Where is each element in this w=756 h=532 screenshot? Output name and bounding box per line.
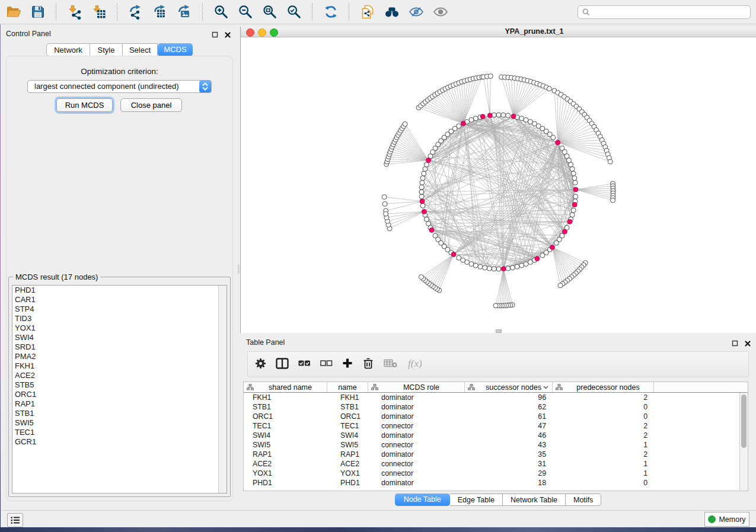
table-row-RAP1[interactable]: RAP1RAP1dominator352 (244, 450, 740, 459)
search-input[interactable] (590, 7, 750, 18)
column-header-MCDS-role[interactable]: MCDS role (368, 382, 465, 392)
toolbar-separator (202, 4, 203, 20)
memory-button[interactable]: Memory (704, 512, 749, 527)
refresh-icon[interactable] (323, 4, 339, 20)
result-node[interactable]: TID3 (12, 314, 227, 323)
column-header-successor-nodes[interactable]: successor nodes (465, 382, 553, 392)
network-canvas[interactable] (241, 37, 756, 333)
table-row-FKH1[interactable]: FKH1FKH1dominator962 (244, 393, 740, 402)
table-scrollbar-thumb[interactable] (741, 395, 747, 448)
tab-style[interactable]: Style (90, 43, 123, 56)
criterion-value: largest connected component (undirected) (34, 81, 179, 92)
result-node[interactable]: SRD1 (12, 342, 227, 352)
clone-network-icon[interactable] (360, 4, 375, 20)
table-row-YOX1[interactable]: YOX1YOX1connector291 (244, 469, 740, 478)
optimization-criterion-select[interactable]: largest connected component (undirected) (27, 80, 212, 93)
delete-icon[interactable] (362, 357, 374, 371)
result-node[interactable]: STB1 (12, 409, 227, 418)
tab-mcds[interactable]: MCDS (158, 43, 193, 56)
search-box[interactable] (578, 5, 751, 19)
table-panel-float-icon[interactable] (732, 339, 739, 346)
result-node[interactable]: ORC1 (12, 390, 227, 399)
window-zoom-button[interactable] (270, 28, 278, 37)
task-history-button[interactable] (7, 513, 23, 527)
table-scrollbar[interactable] (739, 393, 748, 491)
tab-select[interactable]: Select (123, 43, 158, 56)
cell: SWI5 (244, 440, 327, 450)
table-row-ACE2[interactable]: ACE2ACE2connector311 (244, 459, 740, 469)
cell: YOX1 (327, 469, 368, 478)
tab-node-table[interactable]: Node Table (395, 493, 450, 506)
table-row-SWI5[interactable]: SWI5SWI5connector431 (244, 440, 740, 450)
zoom-out-icon[interactable] (238, 4, 253, 20)
result-node[interactable]: TEC1 (12, 428, 227, 437)
panel-splitter-handle[interactable] (238, 265, 240, 274)
open-session-icon[interactable] (6, 4, 21, 20)
import-table-icon[interactable] (91, 4, 107, 20)
result-node[interactable]: STP4 (12, 305, 227, 314)
table-panel-close-icon[interactable] (744, 339, 751, 346)
export-network-icon[interactable] (128, 4, 143, 20)
run-mcds-button[interactable]: Run MCDS (56, 98, 113, 112)
control-panel-close-icon[interactable] (224, 30, 231, 37)
result-node[interactable]: SWI5 (12, 418, 227, 428)
result-node[interactable]: PMA2 (12, 352, 227, 361)
memory-status-dot (708, 515, 716, 523)
table-panel-title: Table Panel (246, 338, 285, 347)
select-all-icon[interactable] (298, 358, 311, 371)
cell: FKH1 (244, 393, 327, 402)
window-minimize-button[interactable] (258, 28, 266, 37)
network-graph[interactable] (241, 37, 756, 333)
zoom-selected-icon[interactable] (286, 4, 302, 20)
result-node[interactable]: ACE2 (12, 371, 227, 380)
select-stepper-icon (199, 81, 211, 92)
zoom-in-icon[interactable] (213, 4, 229, 20)
result-node[interactable]: YOX1 (12, 323, 227, 333)
tab-motifs[interactable]: Motifs (566, 493, 601, 506)
hide-panels-icon[interactable] (409, 4, 424, 20)
table-row-TEC1[interactable]: TEC1TEC1connector472 (244, 421, 740, 431)
table-row-STB1[interactable]: STB1STB1dominator620 (244, 402, 740, 412)
search-network-icon[interactable] (384, 4, 400, 20)
network-window-titlebar[interactable]: YPA_prune.txt_1 (241, 27, 756, 37)
result-node[interactable]: GCR1 (12, 437, 227, 447)
cell: 61 (465, 412, 553, 421)
cell: connector (368, 459, 465, 469)
cell: connector (368, 421, 465, 431)
column-header-filler (654, 382, 748, 392)
window-close-button[interactable] (246, 28, 254, 37)
result-node[interactable]: FKH1 (12, 361, 227, 371)
table-row-PHD1[interactable]: PHD1PHD1dominator180 (244, 478, 740, 488)
show-panels-icon[interactable] (433, 4, 448, 20)
column-header-predecessor-nodes[interactable]: predecessor nodes (553, 382, 654, 392)
result-node[interactable]: STB5 (12, 380, 227, 390)
import-network-icon[interactable] (67, 4, 82, 20)
result-node[interactable]: SWI4 (12, 333, 227, 342)
columns-icon[interactable] (276, 358, 289, 371)
tab-network[interactable]: Network (46, 43, 90, 56)
mcds-result-group: MCDS result (17 nodes) PHD1CAR1STP4TID3Y… (8, 277, 231, 497)
column-header-shared-name[interactable]: shared name (244, 382, 327, 392)
cell: connector (368, 440, 465, 450)
cell: FKH1 (327, 393, 368, 402)
add-icon[interactable] (342, 358, 353, 371)
close-panel-button[interactable]: Close panel (120, 98, 182, 112)
export-image-icon[interactable] (177, 4, 192, 20)
mcds-result-scrollbar[interactable] (218, 286, 227, 493)
result-node[interactable]: RAP1 (12, 399, 227, 409)
tab-edge-table[interactable]: Edge Table (450, 493, 503, 506)
gear-icon[interactable] (255, 358, 266, 371)
fx-icon: f(x) (407, 357, 425, 372)
save-session-icon[interactable] (30, 4, 46, 20)
result-node[interactable]: PHD1 (12, 286, 227, 295)
control-panel-float-icon[interactable] (212, 30, 219, 37)
table-row-SWI4[interactable]: SWI4SWI4dominator462 (244, 431, 740, 440)
result-node[interactable]: CAR1 (12, 295, 227, 305)
export-table-icon[interactable] (152, 4, 168, 20)
unselect-all-icon[interactable] (320, 358, 333, 371)
zoom-fit-icon[interactable] (262, 4, 277, 20)
table-row-ORC1[interactable]: ORC1ORC1dominator610 (244, 412, 740, 421)
tab-network-table[interactable]: Network Table (503, 493, 566, 506)
column-header-name[interactable]: name (327, 382, 368, 392)
cell: 1 (553, 440, 654, 450)
